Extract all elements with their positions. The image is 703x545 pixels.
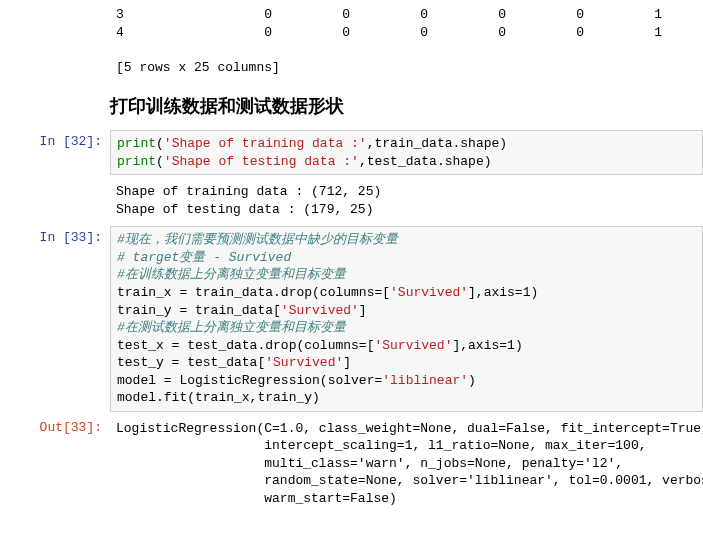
input-cell-32: In [32]: print('Shape of training data :… <box>0 128 703 177</box>
comment: #在测试数据上分离独立变量和目标变量 <box>117 320 346 335</box>
code-line: test_y = test_data[ <box>117 355 265 370</box>
empty-prompt <box>0 179 110 222</box>
string-literal: 'liblinear' <box>382 373 468 388</box>
code-line: model = LogisticRegression(solver= <box>117 373 382 388</box>
in-prompt-33: In [33]: <box>0 226 110 411</box>
result-33: LogisticRegression(C=1.0, class_weight=N… <box>110 416 703 512</box>
comment: #现在，我们需要预测测试数据中缺少的目标变量 <box>117 232 398 247</box>
print-token: print <box>117 136 156 151</box>
markdown-heading-cell: 打印训练数据和测试数据形状 <box>0 82 703 128</box>
string-literal: 'Survived' <box>281 303 359 318</box>
in-prompt-32: In [32]: <box>0 130 110 175</box>
print-token: print <box>117 154 156 169</box>
code-area-33[interactable]: #现在，我们需要预测测试数据中缺少的目标变量 # target变量 - Surv… <box>110 226 703 411</box>
code-line: model.fit(train_x,train_y) <box>117 390 320 405</box>
prev-table-output: 3 0 0 0 0 0 1 4 0 0 0 0 0 1 [5 rows x 25… <box>110 2 703 80</box>
string-literal: 'Survived' <box>265 355 343 370</box>
string-literal: 'Survived' <box>374 338 452 353</box>
string-literal: 'Shape of training data :' <box>164 136 367 151</box>
output-cell-32: Shape of training data : (712, 25) Shape… <box>0 177 703 224</box>
code-line: train_x = train_data.drop(columns=[ <box>117 285 390 300</box>
section-heading: 打印训练数据和测试数据形状 <box>110 94 703 118</box>
comment: #在训练数据上分离独立变量和目标变量 <box>117 267 346 282</box>
code-line: train_y = train_data[ <box>117 303 281 318</box>
code-line: test_x = test_data.drop(columns=[ <box>117 338 374 353</box>
out-prompt-33: Out[33]: <box>0 416 110 512</box>
prev-output-cell: 3 0 0 0 0 0 1 4 0 0 0 0 0 1 [5 rows x 25… <box>0 0 703 82</box>
code-area-32[interactable]: print('Shape of training data :',train_d… <box>110 130 703 175</box>
comment: # target变量 - Survived <box>117 250 291 265</box>
output-cell-33: Out[33]: LogisticRegression(C=1.0, class… <box>0 414 703 514</box>
empty-prompt <box>0 2 110 80</box>
string-literal: 'Shape of testing data :' <box>164 154 359 169</box>
stdout-32: Shape of training data : (712, 25) Shape… <box>110 179 703 222</box>
string-literal: 'Survived' <box>390 285 468 300</box>
input-cell-33: In [33]: #现在，我们需要预测测试数据中缺少的目标变量 # target… <box>0 224 703 413</box>
